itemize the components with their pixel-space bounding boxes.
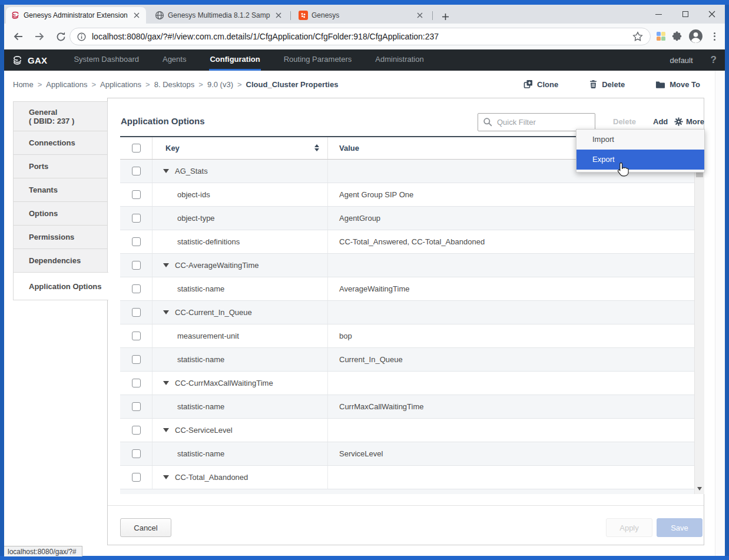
sidebar-item-general[interactable]: General ( DBID: 237 ) xyxy=(13,101,108,131)
row-value-cell[interactable]: ServiceLevel xyxy=(328,442,694,465)
reload-button[interactable] xyxy=(54,29,68,44)
breadcrumb-applications[interactable]: Applications xyxy=(46,80,87,89)
row-checkbox[interactable] xyxy=(132,308,141,317)
row-key-cell[interactable]: CC-ServiceLevel xyxy=(153,419,328,442)
sidebar-item-permissions[interactable]: Permissions xyxy=(13,225,108,248)
table-more-button[interactable]: More xyxy=(674,117,704,126)
row-checkbox[interactable] xyxy=(132,449,141,458)
address-bar[interactable]: localhost:8080/gax/?#!/view:com.cm.detai… xyxy=(69,28,651,45)
clone-button[interactable]: Clone xyxy=(523,79,558,89)
sidebar-item-application-options[interactable]: Application Options xyxy=(13,272,108,300)
tab-genesys-administrator-extension[interactable]: Genesys Administrator Extension xyxy=(6,7,146,24)
help-button[interactable]: ? xyxy=(711,54,717,66)
row-checkbox[interactable] xyxy=(132,332,141,340)
row-checkbox[interactable] xyxy=(132,190,141,199)
nav-item-administration[interactable]: Administration xyxy=(375,49,424,71)
row-checkbox[interactable] xyxy=(132,237,141,246)
new-tab-button[interactable] xyxy=(438,9,453,24)
minimize-button[interactable] xyxy=(645,5,672,24)
chrome-menu-icon[interactable] xyxy=(709,32,720,41)
forward-button[interactable] xyxy=(32,29,47,44)
nav-item-agents[interactable]: Agents xyxy=(162,49,187,71)
row-value-cell[interactable] xyxy=(328,466,694,489)
table-scrollbar[interactable] xyxy=(694,160,704,494)
breadcrumb-desktops[interactable]: 8. Desktops xyxy=(154,80,195,89)
menu-item-export[interactable]: Export xyxy=(576,150,704,170)
move-to-button[interactable]: Move To xyxy=(655,80,700,89)
collapse-triangle-icon[interactable] xyxy=(163,428,169,432)
collapse-triangle-icon[interactable] xyxy=(163,263,169,267)
row-key-cell[interactable]: CC-Current_In_Queue xyxy=(153,301,328,324)
scrollbar-down-arrow-icon[interactable] xyxy=(697,487,702,491)
row-key-cell[interactable]: object-ids xyxy=(153,183,328,206)
row-value-cell[interactable] xyxy=(328,372,694,395)
sort-icon[interactable] xyxy=(301,144,319,151)
breadcrumb-home[interactable]: Home xyxy=(13,80,34,89)
back-button[interactable] xyxy=(11,29,25,44)
collapse-triangle-icon[interactable] xyxy=(163,169,169,173)
collapse-triangle-icon[interactable] xyxy=(163,310,169,314)
row-value-cell[interactable]: bop xyxy=(328,324,694,347)
row-value-cell[interactable]: Agent Group SIP One xyxy=(328,183,694,206)
delete-object-button[interactable]: Delete xyxy=(589,79,625,89)
gax-brand[interactable]: GAX xyxy=(12,49,47,71)
extensions-puzzle-icon[interactable] xyxy=(671,31,682,42)
header-key-cell[interactable]: Key xyxy=(153,137,328,159)
row-key-cell[interactable]: statistic-definitions xyxy=(153,230,328,253)
select-all-checkbox[interactable] xyxy=(132,144,141,153)
tab-close-icon[interactable] xyxy=(415,11,425,20)
profile-avatar-icon[interactable] xyxy=(688,29,703,44)
row-checkbox[interactable] xyxy=(132,214,141,223)
tab-close-icon[interactable] xyxy=(274,11,283,20)
row-key-cell[interactable]: CC-Total_Abandoned xyxy=(153,466,328,489)
nav-item-routing-parameters[interactable]: Routing Parameters xyxy=(283,49,353,71)
close-button[interactable] xyxy=(698,5,725,24)
save-button[interactable]: Save xyxy=(657,518,703,537)
cancel-button[interactable]: Cancel xyxy=(120,518,171,537)
nav-item-configuration[interactable]: Configuration xyxy=(209,49,260,71)
maximize-button[interactable] xyxy=(672,5,698,24)
collapse-triangle-icon[interactable] xyxy=(163,475,169,479)
row-key-cell[interactable]: statistic-name xyxy=(153,348,328,371)
row-key-cell[interactable]: measurement-unit xyxy=(153,324,328,347)
row-checkbox[interactable] xyxy=(132,261,141,270)
row-value-cell[interactable]: Current_In_Queue xyxy=(328,348,694,371)
breadcrumb-version[interactable]: 9.0 (v3) xyxy=(207,80,233,89)
table-delete-button[interactable]: Delete xyxy=(613,117,636,126)
row-checkbox[interactable] xyxy=(132,402,141,411)
breadcrumb-applications-2[interactable]: Applications xyxy=(100,80,141,89)
row-key-cell[interactable]: CC-AverageWaitingTime xyxy=(153,254,328,277)
row-checkbox[interactable] xyxy=(132,473,141,482)
sidebar-item-connections[interactable]: Connections xyxy=(13,131,108,154)
row-value-cell[interactable] xyxy=(328,254,694,277)
row-key-cell[interactable]: AG_Stats xyxy=(153,160,328,183)
row-key-cell[interactable]: CC-CurrMaxCallWaitingTime xyxy=(153,372,328,395)
row-value-cell[interactable]: CC-Total_Answered, CC-Total_Abandoned xyxy=(328,230,694,253)
tab-genesys[interactable]: Genesys xyxy=(294,7,429,24)
row-checkbox[interactable] xyxy=(132,284,141,293)
row-value-cell[interactable]: AgentGroup xyxy=(328,207,694,230)
row-value-cell[interactable] xyxy=(328,419,694,442)
row-checkbox[interactable] xyxy=(132,379,141,387)
nav-item-system-dashboard[interactable]: System Dashboard xyxy=(73,49,140,71)
bookmark-star-icon[interactable] xyxy=(632,31,643,42)
sidebar-item-ports[interactable]: Ports xyxy=(13,154,108,178)
menu-item-import[interactable]: Import xyxy=(576,130,704,150)
row-key-cell[interactable]: statistic-name xyxy=(153,277,328,300)
page-scrollbar-track[interactable] xyxy=(715,71,725,556)
row-key-cell[interactable]: object-type xyxy=(153,207,328,230)
extension-squares-icon[interactable] xyxy=(657,32,665,41)
sidebar-item-dependencies[interactable]: Dependencies xyxy=(13,248,108,272)
row-checkbox[interactable] xyxy=(132,426,141,435)
row-checkbox[interactable] xyxy=(132,167,141,175)
table-add-button[interactable]: Add xyxy=(653,117,668,126)
collapse-triangle-icon[interactable] xyxy=(163,381,169,385)
sidebar-item-options[interactable]: Options xyxy=(13,201,108,225)
row-value-cell[interactable]: AverageWaitingTime xyxy=(328,277,694,300)
row-value-cell[interactable]: CurrMaxCallWaitingTime xyxy=(328,395,694,418)
tab-close-icon[interactable] xyxy=(132,11,141,20)
row-key-cell[interactable]: statistic-name xyxy=(153,442,328,465)
url-text[interactable]: localhost:8080/gax/?#!/view:com.cm.detai… xyxy=(92,32,632,41)
page-info-icon[interactable] xyxy=(77,32,86,41)
row-value-cell[interactable] xyxy=(328,301,694,324)
